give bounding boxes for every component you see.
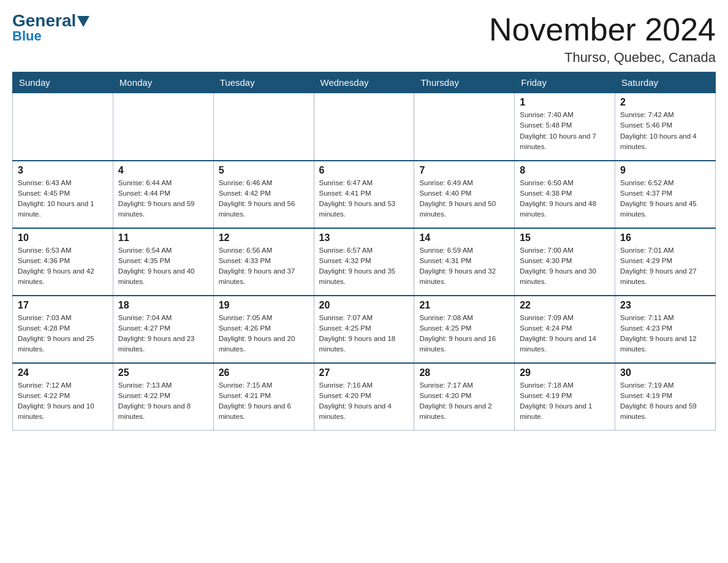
day-info: Sunrise: 7:17 AMSunset: 4:20 PMDaylight:… (419, 380, 509, 423)
calendar-cell: 8Sunrise: 6:50 AMSunset: 4:38 PMDaylight… (515, 161, 615, 228)
svg-marker-0 (77, 16, 89, 27)
day-info: Sunrise: 6:50 AMSunset: 4:38 PMDaylight:… (520, 178, 610, 220)
day-info: Sunrise: 7:15 AMSunset: 4:21 PMDaylight:… (219, 380, 309, 423)
calendar-cell: 28Sunrise: 7:17 AMSunset: 4:20 PMDayligh… (414, 363, 515, 431)
day-number: 13 (319, 232, 409, 243)
day-info: Sunrise: 7:18 AMSunset: 4:19 PMDaylight:… (520, 380, 610, 423)
calendar-cell: 29Sunrise: 7:18 AMSunset: 4:19 PMDayligh… (515, 363, 615, 431)
day-number: 28 (419, 367, 509, 378)
weekday-header: Tuesday (213, 72, 314, 93)
weekday-header: Friday (515, 72, 615, 93)
day-number: 14 (419, 232, 509, 243)
calendar-cell (414, 93, 515, 161)
day-number: 8 (520, 165, 610, 176)
day-info: Sunrise: 6:46 AMSunset: 4:42 PMDaylight:… (219, 178, 309, 220)
day-number: 30 (620, 367, 710, 378)
day-info: Sunrise: 6:53 AMSunset: 4:36 PMDaylight:… (18, 245, 108, 288)
weekday-header: Thursday (414, 72, 515, 93)
weekday-header: Saturday (615, 72, 716, 93)
location-title: Thurso, Quebec, Canada (489, 50, 716, 66)
day-number: 2 (620, 97, 710, 108)
day-info: Sunrise: 7:04 AMSunset: 4:27 PMDaylight:… (118, 313, 208, 355)
day-info: Sunrise: 7:12 AMSunset: 4:22 PMDaylight:… (18, 380, 108, 423)
calendar-week-row: 24Sunrise: 7:12 AMSunset: 4:22 PMDayligh… (13, 363, 716, 431)
calendar-cell: 20Sunrise: 7:07 AMSunset: 4:25 PMDayligh… (314, 296, 414, 363)
day-info: Sunrise: 6:47 AMSunset: 4:41 PMDaylight:… (319, 178, 409, 220)
calendar-cell: 11Sunrise: 6:54 AMSunset: 4:35 PMDayligh… (113, 228, 213, 296)
weekday-header: Wednesday (314, 72, 414, 93)
day-number: 6 (319, 165, 409, 176)
calendar-cell: 5Sunrise: 6:46 AMSunset: 4:42 PMDaylight… (213, 161, 314, 228)
day-number: 1 (520, 97, 610, 108)
day-number: 11 (118, 232, 208, 243)
day-info: Sunrise: 7:11 AMSunset: 4:23 PMDaylight:… (620, 313, 710, 355)
day-info: Sunrise: 7:05 AMSunset: 4:26 PMDaylight:… (219, 313, 309, 355)
calendar-cell: 25Sunrise: 7:13 AMSunset: 4:22 PMDayligh… (113, 363, 213, 431)
calendar-cell: 7Sunrise: 6:49 AMSunset: 4:40 PMDaylight… (414, 161, 515, 228)
calendar-week-row: 10Sunrise: 6:53 AMSunset: 4:36 PMDayligh… (13, 228, 716, 296)
calendar-cell: 17Sunrise: 7:03 AMSunset: 4:28 PMDayligh… (13, 296, 113, 363)
day-info: Sunrise: 7:01 AMSunset: 4:29 PMDaylight:… (620, 245, 710, 288)
day-info: Sunrise: 7:09 AMSunset: 4:24 PMDaylight:… (520, 313, 610, 355)
calendar-cell: 13Sunrise: 6:57 AMSunset: 4:32 PMDayligh… (314, 228, 414, 296)
day-info: Sunrise: 6:57 AMSunset: 4:32 PMDaylight:… (319, 245, 409, 288)
calendar-cell (13, 93, 113, 161)
calendar-cell: 16Sunrise: 7:01 AMSunset: 4:29 PMDayligh… (615, 228, 716, 296)
weekday-header: Sunday (13, 72, 113, 93)
logo: General Blue (12, 12, 89, 44)
calendar-cell: 1Sunrise: 7:40 AMSunset: 5:48 PMDaylight… (515, 93, 615, 161)
day-number: 12 (219, 232, 309, 243)
weekday-header: Monday (113, 72, 213, 93)
day-info: Sunrise: 6:56 AMSunset: 4:33 PMDaylight:… (219, 245, 309, 288)
month-title: November 2024 (489, 12, 716, 47)
day-number: 25 (118, 367, 208, 378)
day-number: 23 (620, 300, 710, 311)
calendar-cell: 2Sunrise: 7:42 AMSunset: 5:46 PMDaylight… (615, 93, 716, 161)
calendar-cell: 27Sunrise: 7:16 AMSunset: 4:20 PMDayligh… (314, 363, 414, 431)
calendar-cell: 12Sunrise: 6:56 AMSunset: 4:33 PMDayligh… (213, 228, 314, 296)
day-info: Sunrise: 6:49 AMSunset: 4:40 PMDaylight:… (419, 178, 509, 220)
day-info: Sunrise: 7:03 AMSunset: 4:28 PMDaylight:… (18, 313, 108, 355)
day-number: 21 (419, 300, 509, 311)
calendar-cell: 22Sunrise: 7:09 AMSunset: 4:24 PMDayligh… (515, 296, 615, 363)
day-info: Sunrise: 7:40 AMSunset: 5:48 PMDaylight:… (520, 110, 610, 152)
calendar-week-row: 1Sunrise: 7:40 AMSunset: 5:48 PMDaylight… (13, 93, 716, 161)
day-number: 5 (219, 165, 309, 176)
day-number: 16 (620, 232, 710, 243)
day-number: 18 (118, 300, 208, 311)
day-info: Sunrise: 7:00 AMSunset: 4:30 PMDaylight:… (520, 245, 610, 288)
day-number: 10 (18, 232, 108, 243)
calendar-cell: 23Sunrise: 7:11 AMSunset: 4:23 PMDayligh… (615, 296, 716, 363)
day-number: 27 (319, 367, 409, 378)
day-info: Sunrise: 6:44 AMSunset: 4:44 PMDaylight:… (118, 178, 208, 220)
day-number: 3 (18, 165, 108, 176)
day-number: 24 (18, 367, 108, 378)
calendar-cell (213, 93, 314, 161)
day-number: 22 (520, 300, 610, 311)
calendar-cell: 19Sunrise: 7:05 AMSunset: 4:26 PMDayligh… (213, 296, 314, 363)
calendar-table: SundayMondayTuesdayWednesdayThursdayFrid… (12, 72, 716, 431)
day-info: Sunrise: 7:19 AMSunset: 4:19 PMDaylight:… (620, 380, 710, 423)
calendar-cell: 21Sunrise: 7:08 AMSunset: 4:25 PMDayligh… (414, 296, 515, 363)
day-number: 20 (319, 300, 409, 311)
day-info: Sunrise: 7:42 AMSunset: 5:46 PMDaylight:… (620, 110, 710, 152)
day-info: Sunrise: 7:07 AMSunset: 4:25 PMDaylight:… (319, 313, 409, 355)
day-info: Sunrise: 6:59 AMSunset: 4:31 PMDaylight:… (419, 245, 509, 288)
day-info: Sunrise: 6:52 AMSunset: 4:37 PMDaylight:… (620, 178, 710, 220)
calendar-cell (113, 93, 213, 161)
calendar-cell: 26Sunrise: 7:15 AMSunset: 4:21 PMDayligh… (213, 363, 314, 431)
calendar-cell: 24Sunrise: 7:12 AMSunset: 4:22 PMDayligh… (13, 363, 113, 431)
day-info: Sunrise: 7:16 AMSunset: 4:20 PMDaylight:… (319, 380, 409, 423)
page-header: General Blue November 2024 Thurso, Quebe… (12, 12, 716, 66)
day-info: Sunrise: 7:13 AMSunset: 4:22 PMDaylight:… (118, 380, 208, 423)
day-number: 19 (219, 300, 309, 311)
calendar-cell: 9Sunrise: 6:52 AMSunset: 4:37 PMDaylight… (615, 161, 716, 228)
day-number: 7 (419, 165, 509, 176)
calendar-cell (314, 93, 414, 161)
calendar-cell: 3Sunrise: 6:43 AMSunset: 4:45 PMDaylight… (13, 161, 113, 228)
day-number: 29 (520, 367, 610, 378)
day-number: 15 (520, 232, 610, 243)
day-number: 4 (118, 165, 208, 176)
calendar-cell: 10Sunrise: 6:53 AMSunset: 4:36 PMDayligh… (13, 228, 113, 296)
day-number: 9 (620, 165, 710, 176)
